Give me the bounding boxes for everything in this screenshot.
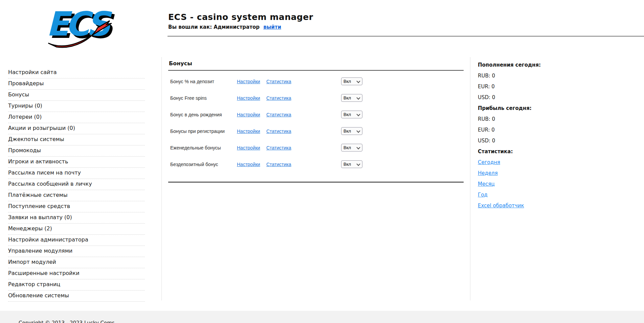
stats-link-year[interactable]: Год: [478, 192, 488, 198]
bonus-label: Бонус в день рождения: [168, 112, 237, 117]
bonus-settings-link[interactable]: Настройки: [237, 112, 266, 117]
sidebar-item-providers[interactable]: Провайдеры: [8, 78, 145, 90]
sidebar-item-players[interactable]: Игроки и активность: [8, 157, 145, 168]
header: ECS - casino system manager Вы вошли как…: [168, 12, 313, 30]
bonus-state-select[interactable]: Вкл: [341, 160, 362, 168]
login-status: Вы вошли как: Администратор выйти: [168, 24, 313, 30]
bonus-label: Бонусы при регистрации: [168, 129, 237, 134]
content-right-divider: [470, 57, 470, 300]
sidebar-item-admin-settings[interactable]: Настройки администратора: [8, 235, 145, 246]
content-left-divider: [161, 57, 162, 300]
sidebar-item-payment-systems[interactable]: Платёжные системы: [8, 190, 145, 201]
page-title: ECS - casino system manager: [168, 12, 313, 22]
deposits-usd: USD: 0: [478, 94, 590, 101]
bonus-label: Еженедельные бонусы: [168, 145, 237, 151]
section-top-rule: [168, 70, 464, 71]
copyright-text: Copyright © 2013 - 2023 Lucky Coms: [0, 311, 644, 323]
deposits-today-header: Пополнения сегодня:: [478, 62, 590, 68]
stats-panel: Пополнения сегодня: RUB: 0 EUR: 0 USD: 0…: [478, 62, 590, 213]
sidebar-item-promotions[interactable]: Акции и розыгрыши (0): [8, 123, 145, 134]
bonus-state-select-wrap: Вкл: [341, 144, 362, 152]
footer: Copyright © 2013 - 2023 Lucky Coms: [0, 311, 644, 323]
sidebar-item-bonuses[interactable]: Бонусы: [8, 90, 145, 101]
bonus-state-select-wrap: Вкл: [341, 111, 362, 118]
stats-link-month[interactable]: Месяц: [478, 181, 495, 187]
bonus-state-select[interactable]: Вкл: [341, 127, 362, 135]
bonus-settings-link[interactable]: Настройки: [237, 145, 266, 151]
sidebar-item-managers[interactable]: Менеджеры (2): [8, 224, 145, 235]
bonus-state-select-wrap: Вкл: [341, 94, 362, 102]
sidebar-item-site-settings[interactable]: Настройки сайта: [8, 67, 145, 78]
bonus-settings-link[interactable]: Настройки: [237, 162, 266, 167]
profit-usd: USD: 0: [478, 138, 590, 144]
sidebar-item-system-update[interactable]: Обновление системы: [8, 291, 145, 302]
page: ECS ECS ECS - casino system manager Вы в…: [0, 0, 644, 323]
sidebar-item-advanced-settings[interactable]: Расширенные настройки: [8, 268, 145, 279]
sidebar-item-payout-requests[interactable]: Заявки на выплату (0): [8, 212, 145, 224]
profit-eur: EUR: 0: [478, 127, 590, 133]
bonus-state-select[interactable]: Вкл: [341, 77, 362, 85]
bonus-statistics-link[interactable]: Статистика: [266, 79, 341, 84]
sidebar-item-page-editor[interactable]: Редактор страниц: [8, 279, 145, 291]
bonus-row-weekly: Еженедельные бонусы Настройки Статистика…: [168, 139, 464, 156]
bonus-settings-link[interactable]: Настройки: [237, 95, 266, 101]
logout-link[interactable]: выйти: [263, 24, 281, 30]
bonus-settings-link[interactable]: Настройки: [237, 79, 266, 84]
svg-text:ECS: ECS: [46, 5, 112, 43]
bonus-rows: Бонус % на депозит Настройки Статистика …: [168, 73, 464, 172]
sidebar-item-incoming-funds[interactable]: Поступление средств: [8, 201, 145, 212]
bonus-state-select[interactable]: Вкл: [341, 144, 362, 152]
sidebar-item-lotteries[interactable]: Лотереи (0): [8, 112, 145, 123]
sidebar-item-pm-mailing[interactable]: Рассылка сообщений в личку: [8, 179, 145, 190]
bonus-row-no-deposit: Бездепозитный бонус Настройки Статистика…: [168, 156, 464, 172]
ecs-logo: ECS ECS: [43, 5, 118, 52]
header-divider: [168, 36, 644, 37]
sidebar-item-module-import[interactable]: Импорт модулей: [8, 257, 145, 268]
login-label: Вы вошли как: Администратор: [168, 24, 260, 30]
bonus-statistics-link[interactable]: Статистика: [266, 112, 341, 117]
profit-rub: RUB: 0: [478, 116, 590, 122]
ecs-logo-image: ECS ECS: [43, 5, 118, 52]
stats-link-week[interactable]: Неделя: [478, 170, 498, 177]
sidebar-item-jackpots[interactable]: Джекпоты системы: [8, 134, 145, 145]
deposits-rub: RUB: 0: [478, 73, 590, 79]
bonus-row-registration: Бонусы при регистрации Настройки Статист…: [168, 123, 464, 139]
bonus-statistics-link[interactable]: Статистика: [266, 95, 341, 101]
bonus-row-birthday: Бонус в день рождения Настройки Статисти…: [168, 106, 464, 123]
stats-link-excel[interactable]: Excel обработчик: [478, 203, 524, 209]
bonus-label: Бонус Free spins: [168, 95, 237, 101]
bonus-statistics-link[interactable]: Статистика: [266, 145, 341, 151]
bonus-state-select-wrap: Вкл: [341, 160, 362, 168]
bonus-row-free-spins: Бонус Free spins Настройки Статистика Вк…: [168, 90, 464, 106]
sidebar-item-promocodes[interactable]: Промокоды: [8, 145, 145, 157]
bonus-state-select[interactable]: Вкл: [341, 111, 362, 118]
bonus-label: Бонус % на депозит: [168, 79, 237, 84]
bonus-settings-link[interactable]: Настройки: [237, 129, 266, 134]
statistics-header: Статистика:: [478, 148, 590, 155]
sidebar-item-email-mailing[interactable]: Рассылка писем на почту: [8, 168, 145, 179]
bonus-statistics-link[interactable]: Статистика: [266, 129, 341, 134]
bonus-statistics-link[interactable]: Статистика: [266, 162, 341, 167]
section-bottom-rule: [168, 182, 464, 183]
deposits-eur: EUR: 0: [478, 84, 590, 90]
sidebar-item-tournaments[interactable]: Турниры (0): [8, 101, 145, 112]
bonus-state-select-wrap: Вкл: [341, 77, 362, 85]
stats-link-today[interactable]: Сегодня: [478, 159, 500, 166]
sidebar: Настройки сайта Провайдеры Бонусы Турнир…: [8, 67, 145, 302]
profit-today-header: Прибыль сегодня:: [478, 105, 590, 112]
bonus-state-select-wrap: Вкл: [341, 127, 362, 135]
sidebar-item-module-management[interactable]: Управление модулями: [8, 246, 145, 257]
bonuses-section: Бонусы Бонус % на депозит Настройки Стат…: [168, 60, 464, 183]
bonus-label: Бездепозитный бонус: [168, 162, 237, 167]
bonus-row-deposit-percent: Бонус % на депозит Настройки Статистика …: [168, 73, 464, 90]
bonus-state-select[interactable]: Вкл: [341, 94, 362, 102]
section-title: Бонусы: [169, 60, 464, 67]
